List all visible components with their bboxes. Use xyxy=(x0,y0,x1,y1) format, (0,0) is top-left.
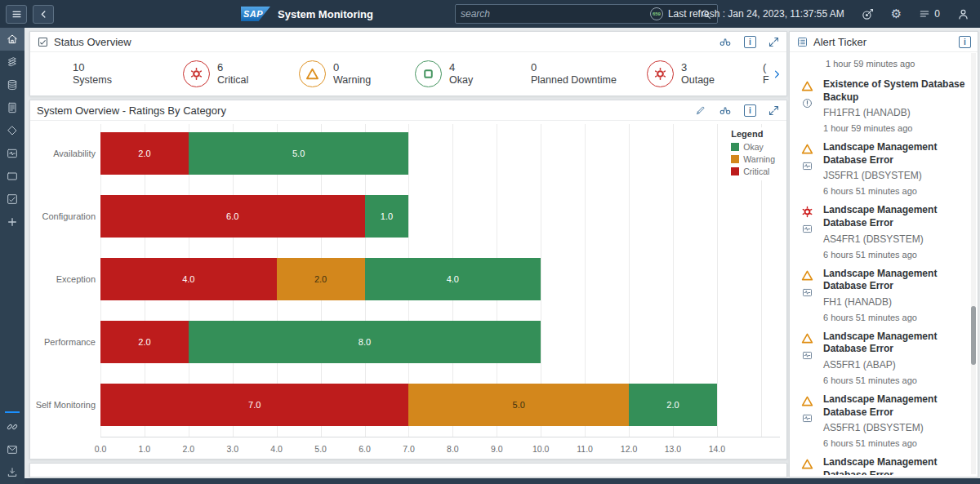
x-tick-label: 7.0 xyxy=(403,444,415,454)
chart-row-exception: Exception4.02.04.0 xyxy=(100,258,780,300)
bar-segment-okay[interactable]: 8.0 xyxy=(189,321,541,363)
info-icon[interactable] xyxy=(959,36,971,48)
x-tick-label: 13.0 xyxy=(665,444,681,454)
data-label: 4.0 xyxy=(447,274,459,284)
mail-icon xyxy=(6,443,19,456)
tile-value: 10 xyxy=(73,61,112,74)
feedback-icon[interactable] xyxy=(861,7,875,21)
status-tile-warning[interactable]: 0Warning xyxy=(299,60,415,87)
chart-row-configuration: Configuration6.01.0 xyxy=(100,195,780,238)
sidebar-item-link[interactable] xyxy=(0,415,24,438)
bar-segment-okay[interactable]: 2.0 xyxy=(629,384,717,426)
alert-item[interactable]: Landscape Management Database ErrorJS5FR… xyxy=(798,141,966,196)
alert-icon-column xyxy=(798,204,816,259)
info-icon[interactable] xyxy=(744,36,756,48)
warning-severity-icon xyxy=(800,79,814,93)
collapsed-bottom-panel[interactable] xyxy=(29,463,787,477)
notifications-icon[interactable]: 0 xyxy=(918,7,940,20)
last-refresh-label: Last refresh : Jan 24, 2023, 11:37:55 AM xyxy=(668,8,844,20)
status-tile-systems[interactable]: 10Systems xyxy=(73,61,183,87)
bar-segment-warning[interactable]: 5.0 xyxy=(408,384,629,426)
add-icon xyxy=(6,215,19,229)
alert-scrollbar[interactable] xyxy=(971,53,976,474)
square-status-icon xyxy=(415,60,442,87)
alert-item[interactable]: Landscape Management Database ErrorAS4FR… xyxy=(798,204,966,259)
status-tile-okay[interactable]: 4Okay xyxy=(415,60,531,87)
alert-body: Landscape Management Database ErrorAS4FR… xyxy=(823,204,966,259)
bar-segment-critical[interactable]: 2.0 xyxy=(100,132,189,175)
alert-icon-column xyxy=(798,331,816,385)
warning-severity-icon xyxy=(800,394,814,408)
sidebar-item-document[interactable] xyxy=(0,96,24,119)
sidebar-item-home[interactable] xyxy=(0,28,24,51)
edit-pencil-icon[interactable] xyxy=(695,104,706,116)
alert-item[interactable]: Landscape Management Database ErrorFH1FR… xyxy=(798,456,966,475)
alert-body: Existence of System Database BackupFH1FR… xyxy=(823,78,966,133)
alert-timestamp: 1 hour 59 minutes ago xyxy=(823,123,966,133)
status-tile-critical[interactable]: 6Critical xyxy=(183,60,299,87)
tile-text: 10Systems xyxy=(73,61,112,87)
data-label: 2.0 xyxy=(666,400,679,410)
legend-label: Critical xyxy=(743,167,769,176)
tile-text: 3Outage xyxy=(681,61,715,87)
notification-count: 0 xyxy=(934,8,940,20)
bar-segment-critical[interactable]: 6.0 xyxy=(100,195,365,238)
alert-subsystem: AS5FR1 (ABAP) xyxy=(823,359,966,371)
bar-segment-warning[interactable]: 2.0 xyxy=(277,258,365,300)
bar-segment-okay[interactable]: 5.0 xyxy=(189,132,409,175)
system-pulse-icon xyxy=(801,349,813,362)
chart-check-icon xyxy=(6,193,19,206)
x-tick-label: 4.0 xyxy=(270,444,283,454)
tile-value: 3 xyxy=(681,61,715,74)
x-tick-label: 9.0 xyxy=(491,444,503,454)
legend-swatch xyxy=(731,167,739,175)
sidebar-item-database[interactable] xyxy=(0,73,24,96)
menu-button[interactable] xyxy=(6,5,27,24)
bar-segment-critical[interactable]: 4.0 xyxy=(100,258,277,300)
info-icon[interactable] xyxy=(744,104,756,117)
bar-segment-critical[interactable]: 2.0 xyxy=(100,321,189,363)
diamond-icon xyxy=(6,124,19,137)
alert-icon-column xyxy=(798,141,816,196)
status-tile-outage[interactable]: 3Outage xyxy=(647,60,763,87)
bar-segment-okay[interactable]: 1.0 xyxy=(365,195,409,238)
sidebar-item-mail[interactable] xyxy=(0,438,24,461)
download-icon xyxy=(6,466,19,479)
alert-scrollbar-thumb[interactable] xyxy=(971,306,976,365)
x-tick-label: 11.0 xyxy=(577,444,593,454)
settings-gear-icon[interactable] xyxy=(891,7,902,21)
bar-segment-okay[interactable]: 4.0 xyxy=(365,258,541,300)
sidebar-item-download[interactable] xyxy=(0,461,24,484)
tiles-scroll-right-chevron-icon[interactable] xyxy=(771,69,782,80)
alert-item[interactable]: Existence of System Database BackupFH1FR… xyxy=(798,78,966,133)
alert-item[interactable]: Landscape Management Database ErrorFH1 (… xyxy=(798,268,966,322)
sidebar-item-monitor[interactable] xyxy=(0,165,24,188)
tile-value: ( xyxy=(763,61,769,74)
glasses-icon[interactable] xyxy=(718,104,733,117)
sidebar-item-diamond[interactable] xyxy=(0,119,24,142)
expand-icon[interactable] xyxy=(768,36,780,48)
ratings-chart-panel: System Overview - Ratings By Category Av… xyxy=(29,100,787,460)
status-tile-planned-downtime[interactable]: 0Planned Downtime xyxy=(531,61,647,87)
warning-severity-icon xyxy=(800,457,814,471)
hamburger-icon xyxy=(11,8,23,20)
system-pulse-icon xyxy=(801,223,813,235)
glasses-icon[interactable] xyxy=(718,35,733,48)
user-avatar-icon[interactable] xyxy=(956,7,970,21)
sidebar-item-pulse-monitor[interactable] xyxy=(0,142,24,165)
bar-segment-critical[interactable]: 7.0 xyxy=(100,384,408,426)
expand-icon[interactable] xyxy=(768,104,780,117)
alert-subsystem: JS5FR1 (DBSYSTEM) xyxy=(823,170,966,181)
sap-logo: SAP xyxy=(241,7,270,21)
alert-item[interactable]: Landscape Management Database ErrorAS5FR… xyxy=(798,393,966,448)
back-button[interactable] xyxy=(33,5,54,24)
refresh-timer-icon: 659 xyxy=(650,7,663,20)
sidebar-item-layers[interactable] xyxy=(0,51,24,73)
data-label: 5.0 xyxy=(292,149,305,158)
sidebar-item-add[interactable] xyxy=(0,211,24,233)
x-tick-label: 14.0 xyxy=(709,444,725,454)
alarm-status-icon xyxy=(647,60,674,87)
sidebar-item-chart-check[interactable] xyxy=(0,188,24,211)
legend-item-okay: Okay xyxy=(731,142,775,152)
alert-item[interactable]: Landscape Management Database ErrorAS5FR… xyxy=(798,331,966,385)
